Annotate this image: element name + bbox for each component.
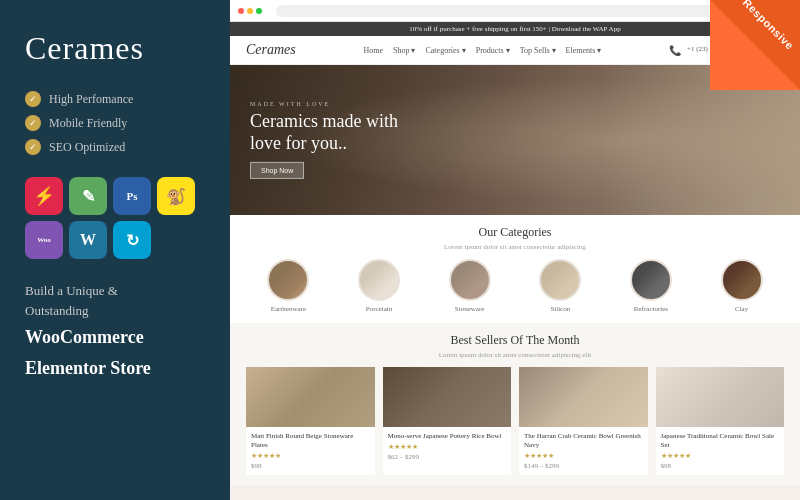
feature-list: ✓ High Perfomance ✓ Mobile Friendly ✓ SE… [25,91,205,155]
category-clay[interactable]: Clay [721,259,763,313]
products-grid: Matt Finish Round Beige Stoneware Plates… [246,367,784,475]
photoshop-icon: Ps [113,177,151,215]
category-circle-porcelain [358,259,400,301]
product-info-2: Mono-serve Japanese Pottery Rice Bowl ★★… [383,427,512,466]
nav-products[interactable]: Products ▾ [476,46,510,55]
site-nav: Home Shop ▾ Categories ▾ Products ▾ Top … [363,46,601,55]
product-image-1 [246,367,375,427]
category-stoneware[interactable]: Stoneware [449,259,491,313]
editor-icon: ✎ [69,177,107,215]
elementor-icon: ⚡ [25,177,63,215]
bestsellers-subtitle: Lorem ipsum dolor sit amet consectetur a… [246,351,784,359]
bestsellers-title: Best Sellers Of The Month [246,333,784,348]
maximize-dot[interactable] [256,8,262,14]
responsive-label: Responsive [741,0,797,52]
hero-shop-button[interactable]: Shop Now [250,162,304,179]
hero-title: Ceramics made withlove for you.. [250,111,398,154]
feature-item-3: ✓ SEO Optimized [25,139,205,155]
product-name-3: The Harran Crab Ceramic Bowl Greenish Na… [524,432,643,450]
plugin-icons-row: ⚡ ✎ Ps 🐒 Woo W ↻ [25,177,205,259]
product-price-1: $98 [251,462,370,470]
category-label-earthenware: Earthenware [271,305,306,313]
categories-subtitle: Lorem ipsum dolor sit amet consectetur a… [246,243,784,251]
product-stars-3: ★★★★★ [524,452,643,460]
website-content: 10% off if purchase + free shipping on f… [230,22,800,500]
nav-home[interactable]: Home [363,46,383,55]
product-price-3: $149 – $299 [524,462,643,470]
nav-elements[interactable]: Elements ▾ [566,46,602,55]
categories-title: Our Categories [246,225,784,240]
close-dot[interactable] [238,8,244,14]
mailchimp-icon: 🐒 [157,177,195,215]
responsive-badge: Responsive [710,0,800,90]
category-circle-clay [721,259,763,301]
left-panel: Cerames ✓ High Perfomance ✓ Mobile Frien… [0,0,230,500]
category-circle-stoneware [449,259,491,301]
nav-top-sells[interactable]: Top Sells ▾ [520,46,556,55]
check-icon-2: ✓ [25,115,41,131]
browser-dots [238,8,262,14]
product-info-3: The Harran Crab Ceramic Bowl Greenish Na… [519,427,648,475]
category-label-stoneware: Stoneware [455,305,485,313]
category-label-refractories: Refractories [634,305,668,313]
product-card-2[interactable]: Mono-serve Japanese Pottery Rice Bowl ★★… [383,367,512,475]
category-circle-earthenware [267,259,309,301]
product-name-1: Matt Finish Round Beige Stoneware Plates [251,432,370,450]
category-label-porcelain: Porcelain [366,305,392,313]
address-bar[interactable] [276,5,784,17]
description-text: Build a Unique & Outstanding WooCommerce… [25,281,205,382]
product-name-2: Mono-serve Japanese Pottery Rice Bowl [388,432,507,441]
product-price-4: $98 [661,462,780,470]
product-stars-2: ★★★★★ [388,443,507,451]
product-info-4: Japanese Traditional Ceramic Bowl Sale S… [656,427,785,475]
product-image-3 [519,367,648,427]
product-card-1[interactable]: Matt Finish Round Beige Stoneware Plates… [246,367,375,475]
category-circle-refractories [630,259,672,301]
scroll-content: MADE WITH LOVE Ceramics made withlove fo… [230,65,800,500]
wordpress-icon: W [69,221,107,259]
category-label-clay: Clay [735,305,748,313]
brand-title: Cerames [25,30,205,67]
check-icon-1: ✓ [25,91,41,107]
woocommerce-icon: Woo [25,221,63,259]
category-silicon[interactable]: Silicon [539,259,581,313]
categories-section: Our Categories Lorem ipsum dolor sit ame… [230,215,800,323]
category-circle-silicon [539,259,581,301]
product-card-4[interactable]: Japanese Traditional Ceramic Bowl Sale S… [656,367,785,475]
product-image-2 [383,367,512,427]
refresh-icon: ↻ [113,221,151,259]
hero-label: MADE WITH LOVE [250,101,398,107]
product-info-1: Matt Finish Round Beige Stoneware Plates… [246,427,375,475]
feature-item-1: ✓ High Perfomance [25,91,205,107]
product-stars-1: ★★★★★ [251,452,370,460]
category-porcelain[interactable]: Porcelain [358,259,400,313]
phone-icon: 📞 [669,45,681,56]
check-icon-3: ✓ [25,139,41,155]
product-price-2: $62 – $299 [388,453,507,461]
product-image-4 [656,367,785,427]
category-earthenware[interactable]: Earthenware [267,259,309,313]
product-name-4: Japanese Traditional Ceramic Bowl Sale S… [661,432,780,450]
nav-shop[interactable]: Shop ▾ [393,46,415,55]
category-label-silicon: Silicon [550,305,570,313]
categories-grid: Earthenware Porcelain Stoneware Silicon [246,259,784,313]
category-refractories[interactable]: Refractories [630,259,672,313]
feature-item-2: ✓ Mobile Friendly [25,115,205,131]
product-card-3[interactable]: The Harran Crab Ceramic Bowl Greenish Na… [519,367,648,475]
product-stars-4: ★★★★★ [661,452,780,460]
hero-text-block: MADE WITH LOVE Ceramics made withlove fo… [250,101,398,179]
minimize-dot[interactable] [247,8,253,14]
bestsellers-section: Best Sellers Of The Month Lorem ipsum do… [230,323,800,485]
site-logo: Cerames [246,42,296,58]
nav-categories[interactable]: Categories ▾ [425,46,465,55]
